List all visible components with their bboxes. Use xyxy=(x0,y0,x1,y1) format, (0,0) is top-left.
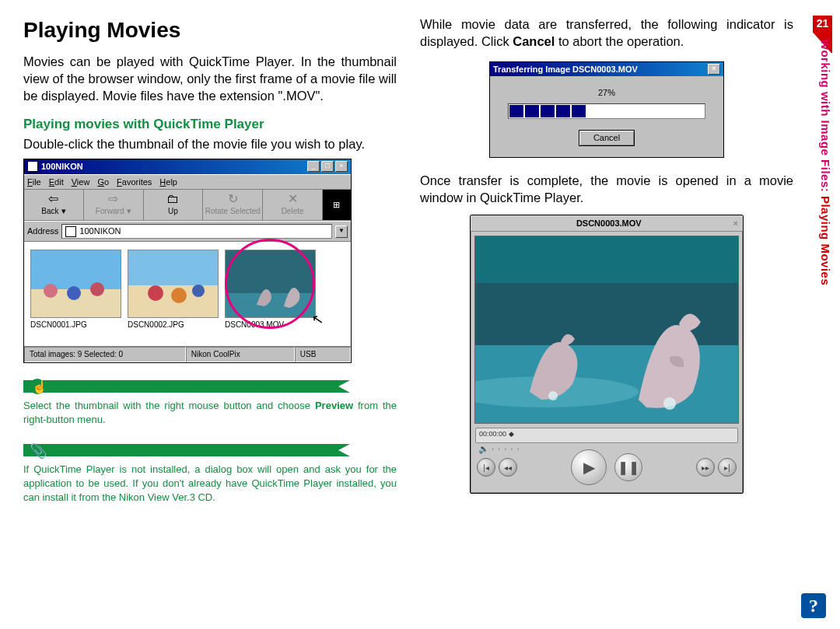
qt-forward-end-button[interactable]: ▸| xyxy=(718,458,737,477)
qt-close-button[interactable]: × xyxy=(733,218,738,229)
maximize-button[interactable]: □ xyxy=(321,161,334,172)
svg-point-5 xyxy=(44,284,58,298)
cancel-button[interactable]: Cancel xyxy=(579,130,635,146)
thumbnail[interactable]: DSCN0002.JPG xyxy=(128,250,217,343)
dialog-title: Transferring Image DSCN0003.MOV xyxy=(493,64,638,75)
status-connection: USB xyxy=(295,347,351,362)
qt-pause-button[interactable]: ❚❚ xyxy=(614,453,642,481)
svg-point-10 xyxy=(148,285,163,301)
qt-play-button[interactable]: ▶ xyxy=(571,449,607,485)
address-input[interactable]: 100NIKON xyxy=(61,224,332,239)
svg-point-27 xyxy=(663,397,676,410)
dialog-close-button[interactable]: × xyxy=(708,64,720,75)
tip-text: If QuickTime Player is not installed, a … xyxy=(23,463,397,505)
menu-view[interactable]: View xyxy=(72,176,90,188)
page-title: Playing Movies xyxy=(23,16,397,45)
svg-text:📎: 📎 xyxy=(30,442,47,460)
svg-rect-15 xyxy=(23,380,331,393)
transfer-percent: 27% xyxy=(506,87,708,99)
address-dropdown-button[interactable]: ▼ xyxy=(335,225,348,238)
svg-point-7 xyxy=(90,282,104,296)
svg-point-6 xyxy=(67,286,81,300)
tip-text: Select the thumbnail with the right mous… xyxy=(23,399,397,427)
help-icon[interactable]: ? xyxy=(801,593,826,618)
right-column: While movie data are transferred, the fo… xyxy=(420,16,793,505)
minimize-button[interactable]: _ xyxy=(307,161,320,172)
menu-favorites[interactable]: Favorites xyxy=(117,176,152,188)
svg-marker-20 xyxy=(331,444,350,456)
thumbnail-area: DSCN0001.JPG DSCN0002.JPG DSCN0003.MOV ↖ xyxy=(24,242,351,346)
qt-scrubber[interactable]: 00:00:00 ◆ xyxy=(475,428,738,443)
cursor-icon: ↖ xyxy=(310,309,325,330)
qt-timecode: 00:00:00 xyxy=(479,430,506,438)
back-button[interactable]: ⇦Back ▾ xyxy=(24,190,84,220)
status-bar: Total images: 9 Selected: 0 Nikon CoolPi… xyxy=(24,346,351,362)
menu-file[interactable]: File xyxy=(27,176,41,188)
svg-point-11 xyxy=(171,288,187,303)
svg-marker-16 xyxy=(331,380,350,393)
progress-bar xyxy=(508,103,705,119)
left-column: Playing Movies Movies can be played with… xyxy=(23,16,397,505)
qt-titlebar: DSCN0003.MOV × xyxy=(471,215,743,232)
folder-icon xyxy=(65,226,76,237)
folder-icon xyxy=(27,161,38,172)
svg-point-12 xyxy=(192,285,205,297)
status-device: Nikon CoolPix xyxy=(186,347,295,362)
menu-go[interactable]: Go xyxy=(97,176,109,188)
menu-help[interactable]: Help xyxy=(159,176,177,188)
page-number: 21 xyxy=(813,16,832,31)
right-paragraph-1: While movie data are transferred, the fo… xyxy=(420,16,793,51)
svg-point-26 xyxy=(548,391,558,400)
close-button[interactable]: × xyxy=(335,161,348,172)
menu-bar: File Edit View Go Favorites Help xyxy=(24,174,351,190)
transfer-dialog: Transferring Image DSCN0003.MOV × 27% Ca… xyxy=(489,61,724,159)
qt-title-text: DSCN0003.MOV xyxy=(576,218,642,229)
right-paragraph-2: Once transfer is complete, the movie is … xyxy=(420,172,793,207)
qt-rewind-button[interactable]: ◂◂ xyxy=(499,458,517,477)
qt-rewind-start-button[interactable]: |◂ xyxy=(477,458,495,477)
status-total: Total images: 9 Selected: 0 xyxy=(24,347,186,362)
svg-rect-3 xyxy=(31,250,121,289)
forward-button[interactable]: ⇨Forward ▾ xyxy=(84,190,144,220)
toolbar: ⇦Back ▾ ⇨Forward ▾ 🗀Up ↻Rotate Selected … xyxy=(24,189,351,221)
tip-bar: ☝ xyxy=(23,377,397,396)
quicktime-player: DSCN0003.MOV × xyxy=(470,215,744,494)
svg-rect-8 xyxy=(128,250,218,285)
browser-titlebar: 100NIKON _ □ × xyxy=(24,159,351,174)
subheading-text: Double-click the thumbnail of the movie … xyxy=(23,135,397,152)
address-bar: Address 100NIKON ▼ xyxy=(24,221,351,242)
side-section-label: Working with Image Files: Playing Movies xyxy=(813,39,832,285)
delete-button[interactable]: ✕Delete xyxy=(263,190,323,220)
menu-edit[interactable]: Edit xyxy=(49,176,64,188)
up-button[interactable]: 🗀Up xyxy=(144,190,204,220)
thumbnail[interactable]: DSCN0001.JPG xyxy=(30,250,120,343)
intro-text: Movies can be played with QuickTime Play… xyxy=(23,53,397,105)
browser-title: 100NIKON xyxy=(41,161,83,173)
tip-bar: 📎 xyxy=(23,441,397,460)
subheading: Playing movies with QuickTime Player xyxy=(23,116,397,134)
qt-video-area xyxy=(474,236,739,424)
svg-rect-19 xyxy=(23,444,331,456)
browser-window: 100NIKON _ □ × File Edit View Go Favorit… xyxy=(23,159,352,363)
svg-text:☝: ☝ xyxy=(32,379,47,394)
address-label: Address xyxy=(27,225,58,237)
dialog-titlebar: Transferring Image DSCN0003.MOV × xyxy=(490,62,723,77)
volume-control[interactable]: 🔈 xyxy=(478,443,520,455)
qt-forward-button[interactable]: ▸▸ xyxy=(696,458,715,477)
thumbnail[interactable]: DSCN0003.MOV xyxy=(225,250,314,343)
svg-rect-23 xyxy=(475,236,738,283)
rotate-button[interactable]: ↻Rotate Selected xyxy=(203,190,263,220)
qt-controls: 🔈 |◂ ◂◂ ▶ ❚❚ ▸▸ ▸| xyxy=(471,443,743,493)
windows-logo-icon: ⊞ xyxy=(323,190,351,220)
